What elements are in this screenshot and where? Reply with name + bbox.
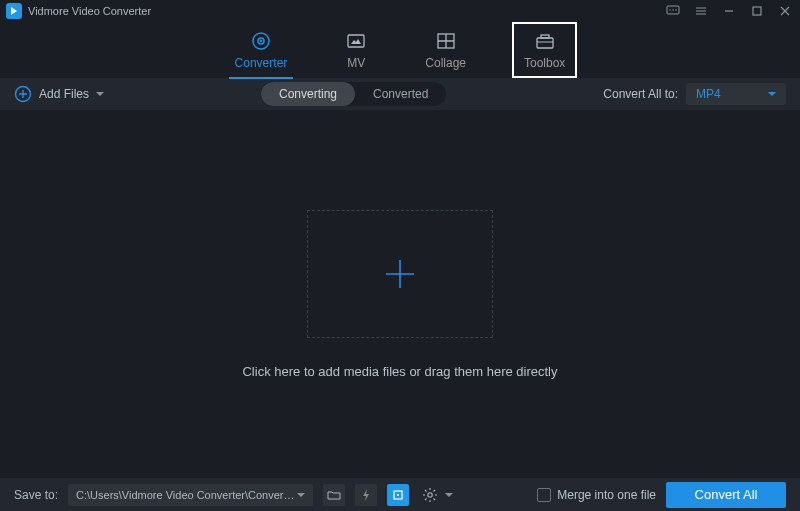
convert-all-to-label: Convert All to: <box>603 87 678 101</box>
status-segmented: Converting Converted <box>261 82 446 106</box>
plus-icon <box>380 254 420 294</box>
mv-icon <box>345 30 367 52</box>
chevron-down-icon <box>96 92 104 96</box>
svg-rect-12 <box>541 35 549 38</box>
svg-point-2 <box>669 9 670 10</box>
output-format-dropdown[interactable]: MP4 <box>686 83 786 105</box>
save-path-value: C:\Users\Vidmore Video Converter\Convert… <box>76 489 297 501</box>
main-area: Click here to add media files or drag th… <box>0 110 800 478</box>
tab-converter-label: Converter <box>235 56 288 70</box>
tab-collage-label: Collage <box>425 56 466 70</box>
segment-converting[interactable]: Converting <box>261 82 355 106</box>
chevron-down-icon <box>445 493 453 497</box>
add-files-button[interactable]: Add Files <box>14 85 104 103</box>
svg-point-3 <box>672 9 673 10</box>
app-logo-icon <box>6 3 22 19</box>
chevron-down-icon <box>297 493 305 497</box>
add-media-dropzone[interactable] <box>307 210 493 338</box>
svg-point-4 <box>675 9 676 10</box>
output-format-value: MP4 <box>696 87 721 101</box>
feedback-icon[interactable] <box>664 2 682 20</box>
collage-icon <box>435 30 457 52</box>
save-path-dropdown[interactable]: C:\Users\Vidmore Video Converter\Convert… <box>68 484 313 506</box>
svg-point-15 <box>397 494 399 496</box>
plus-circle-icon <box>14 85 32 103</box>
svg-point-16 <box>428 492 432 496</box>
svg-rect-5 <box>753 7 761 15</box>
tab-mv-label: MV <box>347 56 365 70</box>
convert-all-label: Convert All <box>695 487 758 502</box>
toolbox-icon <box>534 30 556 52</box>
svg-rect-11 <box>537 38 553 48</box>
dropzone-hint: Click here to add media files or drag th… <box>242 364 557 379</box>
convert-all-button[interactable]: Convert All <box>666 482 786 508</box>
maximize-icon[interactable] <box>748 2 766 20</box>
bolt-off-icon <box>359 488 373 502</box>
gear-icon <box>422 487 438 503</box>
speedup-off-button[interactable] <box>355 484 377 506</box>
settings-dropdown[interactable] <box>419 484 453 506</box>
segment-converted[interactable]: Converted <box>355 82 446 106</box>
tab-toolbox[interactable]: Toolbox <box>512 22 577 78</box>
add-files-label: Add Files <box>39 87 89 101</box>
tab-collage[interactable]: Collage <box>413 22 478 78</box>
tab-converter[interactable]: Converter <box>223 22 300 78</box>
close-icon[interactable] <box>776 2 794 20</box>
svg-point-8 <box>260 40 262 42</box>
gpu-icon <box>391 488 405 502</box>
folder-icon <box>327 488 341 502</box>
menu-icon[interactable] <box>692 2 710 20</box>
open-folder-button[interactable] <box>323 484 345 506</box>
merge-checkbox[interactable] <box>537 488 551 502</box>
tab-toolbox-label: Toolbox <box>524 56 565 70</box>
converter-icon <box>250 30 272 52</box>
minimize-icon[interactable] <box>720 2 738 20</box>
svg-rect-9 <box>348 35 364 47</box>
gpu-accel-button[interactable] <box>387 484 409 506</box>
tab-mv[interactable]: MV <box>333 22 379 78</box>
save-to-label: Save to: <box>14 488 58 502</box>
merge-label: Merge into one file <box>557 488 656 502</box>
app-title: Vidmore Video Converter <box>28 5 151 17</box>
chevron-down-icon <box>768 92 776 96</box>
